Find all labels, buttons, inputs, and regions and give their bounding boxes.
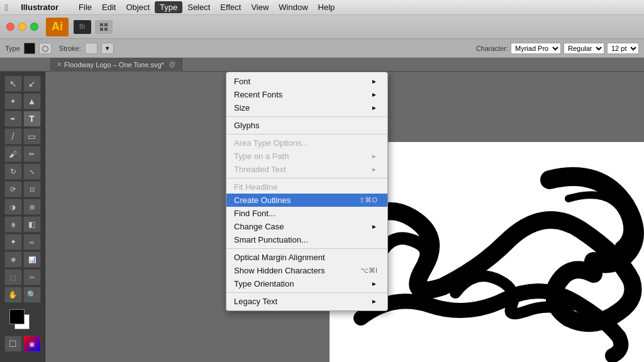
menu-illustrator[interactable]: Illustrator (16, 1, 64, 13)
stroke-label: Stroke: (59, 45, 81, 52)
rectangle-tool[interactable]: ▭ (23, 128, 41, 145)
fill-swatch[interactable] (24, 43, 35, 54)
show-hidden-shortcut: ⌥⌘I (360, 266, 377, 275)
window-controls (6, 23, 38, 31)
line-tool[interactable]: / (4, 128, 22, 145)
submenu-arrow-size: ► (371, 104, 377, 111)
symbol-sprayer-tool[interactable]: ❋ (4, 251, 22, 268)
select-tool[interactable]: ↖ (4, 75, 22, 92)
close-button[interactable] (6, 23, 14, 31)
direct-select-tool[interactable]: ↙ (23, 75, 41, 92)
perspective-grid-tool[interactable]: ⊞ (23, 199, 41, 215)
stroke-weight[interactable] (85, 43, 97, 54)
type-dropdown-menu: Font ► Recent Fonts ► Size ► Glyphs (226, 72, 388, 311)
menu-item-glyphs[interactable]: Glyphs (226, 119, 387, 132)
title-bar: Ai Br (0, 15, 644, 39)
menu-item-smart-punctuation[interactable]: Smart Punctuation... (226, 233, 387, 246)
warp-tool[interactable]: ⟳ (4, 181, 22, 197)
gradient-tool[interactable]: ◧ (23, 216, 41, 233)
lasso-tool[interactable]: ▲ (23, 93, 41, 109)
eyedropper-tool[interactable]: ✦ (4, 234, 22, 250)
type-tool-label: Type (5, 45, 20, 52)
left-toolbar: ↖ ↙ ✦ ▲ ✒ T / ▭ 🖌 ✏ ↻ ⤡ ⟳ ⊡ ◑ ⊞ (0, 72, 45, 362)
font-size-select[interactable]: 12 pt (607, 43, 639, 54)
menu-item-type-on-path: Type on a Path ► (226, 150, 387, 163)
svg-rect-0 (100, 23, 103, 26)
hand-tool[interactable]: ✋ (4, 287, 22, 303)
pencil-tool[interactable]: ✏ (23, 146, 41, 162)
rotate-tool[interactable]: ↻ (4, 163, 22, 180)
menu-item-fit-headline: Fit Headline (226, 180, 387, 194)
none-swatch[interactable]: ☐ (4, 336, 22, 352)
menu-item-threaded-text: Threaded Text ► (226, 163, 387, 176)
submenu-arrow-threaded-text: ► (371, 166, 377, 173)
separator-2 (226, 134, 387, 134)
font-name-select[interactable]: Myriad Pro (511, 43, 561, 54)
menu-item-area-type-options: Area Type Options... (226, 136, 387, 150)
menu-select[interactable]: Select (182, 1, 215, 13)
submenu-arrow-type-on-path: ► (371, 153, 377, 160)
tab-overflow-icon: @ (169, 61, 175, 68)
zoom-tool[interactable]: 🔍 (23, 287, 41, 303)
svg-rect-1 (104, 23, 108, 26)
main-area: ↖ ↙ ✦ ▲ ✒ T / ▭ 🖌 ✏ ↻ ⤡ ⟳ ⊡ ◑ ⊞ (0, 72, 644, 362)
character-panel: Character: Myriad Pro Regular 12 pt (476, 43, 639, 54)
color-icon[interactable]: ▣ (23, 336, 41, 352)
menu-object[interactable]: Object (121, 1, 155, 13)
stroke-options[interactable]: ▼ (101, 43, 114, 54)
menu-view[interactable]: View (246, 1, 274, 13)
tab-close-icon[interactable]: ✕ (57, 61, 62, 68)
fill-color-swatch[interactable] (9, 309, 25, 324)
separator-3 (226, 178, 387, 178)
menu-item-legacy-text[interactable]: Legacy Text ► (226, 295, 387, 308)
create-outlines-shortcut: ⇧⌘O (359, 196, 377, 204)
doc-tab-bar: ✕ Floodway Logo – One Tone.svg* @ (0, 58, 644, 72)
free-transform-tool[interactable]: ⊡ (23, 181, 41, 197)
separator-5 (226, 292, 387, 293)
separator-4 (226, 248, 387, 249)
menu-item-find-font[interactable]: Find Font... (226, 207, 387, 220)
menu-item-change-case[interactable]: Change Case ► (226, 220, 387, 233)
stroke-icon[interactable]: ◯ (39, 43, 52, 54)
menu-item-type-orientation[interactable]: Type Orientation ► (226, 277, 387, 290)
menu-file[interactable]: File (74, 1, 97, 13)
menu-effect[interactable]: Effect (215, 1, 246, 13)
font-style-select[interactable]: Regular (564, 43, 604, 54)
br-badge[interactable]: Br (74, 20, 91, 34)
paintbrush-tool[interactable]: 🖌 (4, 146, 22, 162)
menu-item-size[interactable]: Size ► (226, 101, 387, 114)
menu-item-create-outlines[interactable]: Create Outlines ⇧⌘O (226, 194, 387, 207)
menu-type[interactable]: Type (155, 1, 182, 13)
blend-tool[interactable]: ∞ (23, 234, 41, 250)
magic-wand-tool[interactable]: ✦ (4, 93, 22, 109)
maximize-button[interactable] (30, 23, 38, 31)
submenu-arrow-recent-fonts: ► (371, 91, 377, 98)
menu-edit[interactable]: Edit (97, 1, 121, 13)
menu-window[interactable]: Window (274, 1, 313, 13)
toolbar: Type ◯ Stroke: ▼ Character: Myriad Pro R… (0, 39, 644, 58)
menu-item-show-hidden[interactable]: Show Hidden Characters ⌥⌘I (226, 264, 387, 277)
submenu-arrow-type-orientation: ► (371, 280, 377, 287)
submenu-arrow-legacy-text: ► (371, 298, 377, 305)
mesh-tool[interactable]: ⋕ (4, 216, 22, 233)
minimize-button[interactable] (18, 23, 26, 31)
pen-tool[interactable]: ✒ (4, 111, 22, 127)
type-tool[interactable]: T (23, 111, 41, 127)
artboard-tool[interactable]: ⬚ (4, 269, 22, 285)
grid-button[interactable] (95, 20, 113, 34)
menu-item-font[interactable]: Font ► (226, 75, 387, 88)
shape-builder-tool[interactable]: ◑ (4, 199, 22, 215)
menu-item-optical-margin[interactable]: Optical Margin Alignment (226, 251, 387, 264)
menu-help[interactable]: Help (313, 1, 340, 13)
menu-item-recent-fonts[interactable]: Recent Fonts ► (226, 88, 387, 101)
submenu-arrow-font: ► (371, 78, 377, 85)
scale-tool[interactable]: ⤡ (23, 163, 41, 180)
separator-1 (226, 116, 387, 117)
apple-menu[interactable]:  (5, 3, 8, 13)
column-graph-tool[interactable]: 📊 (23, 251, 41, 268)
submenu-arrow-change-case: ► (371, 223, 377, 230)
slice-tool[interactable]: ✂ (23, 269, 41, 285)
character-label: Character: (476, 45, 508, 52)
svg-rect-3 (104, 28, 108, 31)
document-tab[interactable]: ✕ Floodway Logo – One Tone.svg* @ (50, 58, 182, 72)
